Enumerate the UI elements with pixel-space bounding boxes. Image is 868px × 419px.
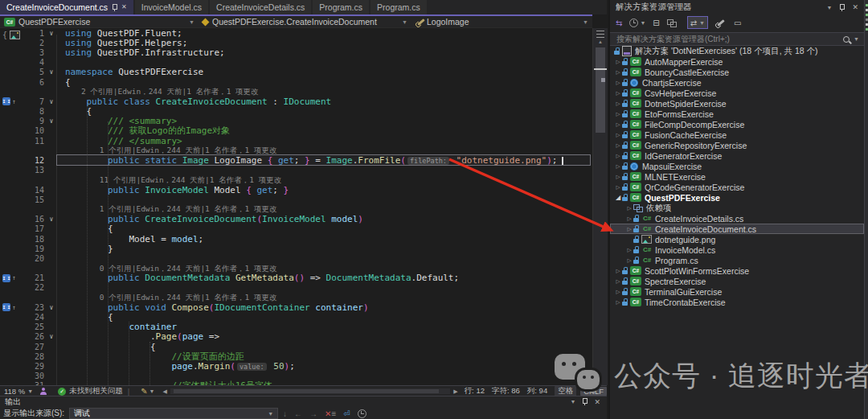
chevron-down-icon[interactable]: ▼ bbox=[27, 388, 33, 394]
chevron-down-icon[interactable]: ▼ bbox=[149, 388, 155, 394]
pin-icon[interactable] bbox=[839, 4, 845, 11]
fold-arrow-icon[interactable]: ∨ bbox=[44, 216, 59, 223]
collapsed-arrow-icon[interactable]: ▷ bbox=[614, 121, 622, 128]
collapsed-arrow-icon[interactable]: ▷ bbox=[614, 90, 622, 97]
search-input[interactable] bbox=[615, 34, 843, 44]
scrollbar-thumb[interactable] bbox=[596, 47, 605, 133]
search-icon[interactable] bbox=[843, 36, 850, 43]
code-text[interactable]: public InvoiceModel Model { get; } bbox=[59, 185, 289, 195]
scroll-up-icon[interactable]: ▲ bbox=[593, 39, 608, 44]
tree-item[interactable]: ▷CreateInvoiceDocument.cs bbox=[610, 224, 864, 234]
breadcrumb-project[interactable]: QuestPDFExercise ▼ bbox=[0, 16, 199, 27]
code-text[interactable]: public class CreateInvoiceDocument : IDo… bbox=[59, 97, 331, 107]
implements-glyph-icon[interactable] bbox=[2, 97, 10, 105]
code-text[interactable]: using QuestPDF.Infrastructure; bbox=[59, 47, 225, 58]
clock-icon[interactable] bbox=[358, 409, 366, 418]
implements-glyph-icon[interactable] bbox=[2, 303, 10, 311]
tree-item[interactable]: ▷BouncyCastleExercise bbox=[610, 67, 864, 77]
collapsed-arrow-icon[interactable]: ▷ bbox=[614, 80, 622, 86]
collapsed-arrow-icon[interactable]: ▷ bbox=[625, 257, 633, 264]
scrollbar-thumb[interactable] bbox=[174, 389, 439, 393]
breadcrumb-member[interactable]: LogoImage ▼ bbox=[411, 16, 592, 27]
clear-all-icon[interactable]: ✕≡ bbox=[325, 409, 336, 418]
editor-tab[interactable]: Program.cs bbox=[371, 0, 427, 14]
jump-icon[interactable]: ↓ bbox=[283, 409, 287, 418]
tree-item[interactable]: ▷CsvHelperExercise bbox=[610, 88, 864, 98]
pending-changes-icon[interactable] bbox=[629, 18, 638, 27]
tree-item[interactable]: ▷FileCompDecompExercise bbox=[610, 119, 864, 129]
chevron-down-icon[interactable]: ▼ bbox=[571, 399, 576, 405]
code-text[interactable]: public CreateInvoiceDocument(InvoiceMode… bbox=[59, 214, 363, 224]
close-icon[interactable]: ✕ bbox=[594, 398, 600, 406]
codelens-link[interactable]: 1 个引用|Edwin，244 天前|1 名作者，1 项更改 bbox=[0, 204, 592, 214]
pin-icon[interactable] bbox=[582, 398, 588, 405]
horizontal-scrollbar[interactable] bbox=[170, 388, 450, 394]
collapsed-arrow-icon[interactable]: ▷ bbox=[614, 111, 622, 117]
code-text[interactable]: Model = model; bbox=[59, 234, 203, 244]
fold-arrow-icon[interactable]: ∨ bbox=[44, 333, 59, 340]
tree-item[interactable]: ▷MapsuiExercise bbox=[610, 161, 864, 171]
code-text[interactable]: /// </summary> bbox=[59, 136, 182, 146]
codelens-link[interactable]: 1 个引用|Edwin，244 天前|1 名作者，1 项更改 bbox=[0, 146, 592, 155]
next-message-icon[interactable]: → bbox=[309, 409, 317, 418]
code-text[interactable]: { bbox=[59, 77, 71, 88]
collapse-all-icon[interactable]: ⊟ bbox=[653, 18, 659, 27]
tree-item[interactable]: ▷Program.cs bbox=[610, 255, 864, 265]
preview-icon[interactable]: ▭ bbox=[734, 18, 741, 27]
chevron-down-icon[interactable]: ▼ bbox=[640, 20, 645, 26]
collapsed-arrow-icon[interactable]: ▷ bbox=[614, 59, 622, 65]
code-text[interactable]: .Page(page => bbox=[59, 331, 219, 342]
collapsed-arrow-icon[interactable]: ▷ bbox=[614, 163, 622, 170]
properties-icon[interactable] bbox=[667, 18, 680, 27]
chevron-down-icon[interactable]: ▼ bbox=[397, 19, 407, 25]
editor-tab[interactable]: CreateInvoiceDetails.cs bbox=[210, 0, 311, 14]
collapsed-arrow-icon[interactable]: ▷ bbox=[625, 226, 633, 232]
chevron-down-icon[interactable]: ▼ bbox=[854, 36, 859, 42]
editor-vertical-scrollbar[interactable]: ▲ ▼ bbox=[592, 28, 608, 385]
code-text[interactable]: { bbox=[59, 106, 92, 117]
pin-icon[interactable] bbox=[112, 4, 117, 11]
codelens-link[interactable]: 2 个引用|Edwin，244 天前|1 名作者，1 项更改 bbox=[0, 87, 592, 97]
tree-item[interactable]: ▷GenericRepositoryExercise bbox=[610, 140, 864, 150]
collapsed-arrow-icon[interactable]: ▷ bbox=[625, 205, 633, 212]
fold-arrow-icon[interactable]: ∨ bbox=[44, 304, 59, 311]
health-check-icon[interactable]: ✓ bbox=[58, 388, 66, 396]
collapsed-arrow-icon[interactable]: ▷ bbox=[614, 142, 622, 149]
code-text[interactable]: public static Image LogoImage { get; } =… bbox=[59, 155, 563, 166]
code-text[interactable]: using QuestPDF.Fluent; bbox=[59, 28, 182, 39]
breadcrumb-type[interactable]: QuestPDFExercise.CreateInvoiceDocument ▼ bbox=[199, 16, 411, 27]
tree-item[interactable]: ▷DotnetSpiderExercise bbox=[610, 98, 864, 109]
tree-item[interactable]: ▷TerminalGuiExercise bbox=[610, 286, 864, 297]
code-text[interactable]: public DocumentMetadata GetMetadata() =>… bbox=[59, 273, 459, 283]
code-text[interactable]: namespace QuestPDFExercise bbox=[59, 67, 203, 77]
code-text[interactable]: public void Compose(IDocumentContainer c… bbox=[59, 302, 369, 313]
collapsed-arrow-icon[interactable]: ▷ bbox=[614, 174, 622, 180]
code-editor[interactable]: { 1∨using QuestPDF.Fluent;2using QuestPD… bbox=[0, 28, 592, 385]
editor-tab[interactable]: InvoiceModel.cs bbox=[135, 0, 208, 14]
editor-tab[interactable]: Program.cs bbox=[313, 0, 369, 14]
sync-active-document-toggle[interactable]: ⇄▼ bbox=[687, 16, 708, 29]
tree-item[interactable]: 解决方案 'DotNetExercises' (18 个项目, 共 18 个) bbox=[610, 46, 864, 56]
collapsed-arrow-icon[interactable]: ▷ bbox=[614, 289, 622, 295]
close-icon[interactable]: ✕ bbox=[852, 3, 858, 11]
fold-arrow-icon[interactable]: ∨ bbox=[44, 117, 59, 125]
tree-item[interactable]: ▷ChartjsExercise bbox=[610, 77, 864, 88]
tree-item[interactable]: ▷SpectreExercise bbox=[610, 276, 864, 286]
wrench-icon[interactable] bbox=[717, 19, 725, 27]
fold-arrow-icon[interactable]: ∨ bbox=[44, 30, 59, 37]
code-text[interactable]: using QuestPDF.Helpers; bbox=[59, 38, 187, 48]
code-text[interactable]: { bbox=[59, 312, 113, 322]
tree-item[interactable]: ▷QrCodeGeneratorExercise bbox=[610, 182, 864, 192]
codelens-link[interactable]: 11 个引用|Edwin，244 天前|1 名作者，1 项更改 bbox=[0, 175, 592, 185]
codelens-link[interactable]: 0 个引用|Edwin，244 天前|1 名作者，1 项更改 bbox=[0, 264, 592, 273]
tree-item[interactable]: ▷ScottPlotWinFormsExercise bbox=[610, 265, 864, 276]
collapsed-arrow-icon[interactable]: ▷ bbox=[614, 184, 622, 191]
tree-item[interactable]: ▷CreateInvoiceDetails.cs bbox=[610, 213, 864, 224]
output-source-select[interactable]: 调试 ▼ bbox=[69, 408, 278, 419]
close-icon[interactable]: ✕ bbox=[121, 0, 127, 14]
code-cleanup-icon[interactable]: ✎ bbox=[141, 387, 147, 396]
chevron-down-icon[interactable]: ▼ bbox=[827, 5, 833, 10]
tree-item[interactable]: dotnetguide.png bbox=[610, 234, 864, 244]
scroll-left-icon[interactable]: ◀ bbox=[162, 388, 166, 395]
codelens-link[interactable]: 0 个引用|Edwin，244 天前|1 名作者，1 项更改 bbox=[0, 293, 592, 302]
